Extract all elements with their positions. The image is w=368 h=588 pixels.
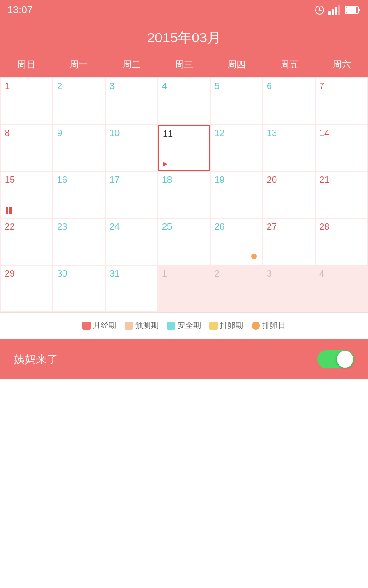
day-cell-30[interactable]: 31: [106, 266, 157, 311]
legend-color-blue: [167, 322, 175, 330]
day-number-9: 10: [109, 128, 120, 138]
weekday-sat: 周六: [316, 58, 368, 71]
day-number-10: 11: [163, 129, 173, 139]
day-cell-21[interactable]: 22: [1, 219, 52, 265]
day-number-25: 26: [214, 221, 224, 232]
day-cell-2[interactable]: 3: [106, 78, 157, 124]
day-cell-8[interactable]: 9: [53, 125, 105, 171]
day-cell-5[interactable]: 6: [263, 78, 315, 124]
signal-icon: [328, 5, 341, 15]
day-cell-6[interactable]: 7: [316, 78, 367, 124]
status-time: 13:07: [7, 4, 33, 16]
day-cell-11[interactable]: 12: [211, 125, 262, 171]
weekday-thu: 周四: [210, 58, 263, 71]
day-number-14: 15: [5, 175, 15, 185]
period-toggle[interactable]: [317, 350, 354, 368]
calendar-title: 2015年03月: [147, 30, 221, 45]
day-number-24: 25: [162, 221, 172, 232]
day-cell-22[interactable]: 23: [53, 219, 105, 265]
legend: 月经期 预测期 安全期 排卵期 排卵日: [0, 312, 368, 338]
play-icon: ▶: [163, 160, 168, 167]
legend-color-peach: [125, 322, 133, 330]
legend-label-predicted: 预测期: [135, 320, 159, 331]
day-number-30: 31: [109, 268, 120, 278]
day-cell-17[interactable]: 18: [158, 172, 210, 218]
day-cell-25[interactable]: 26: [211, 219, 262, 265]
pause-icon: [6, 207, 12, 214]
day-cell-32[interactable]: 2: [211, 266, 262, 311]
legend-safe: 安全期: [167, 320, 201, 331]
day-cell-9[interactable]: 10: [106, 125, 157, 171]
svg-rect-4: [332, 9, 334, 15]
weekday-tue: 周二: [105, 58, 158, 71]
bottom-section: 姨妈来了: [0, 339, 368, 379]
weekday-sun: 周日: [0, 58, 52, 71]
day-number-6: 7: [319, 81, 324, 91]
svg-line-2: [320, 10, 322, 11]
svg-rect-6: [338, 5, 340, 15]
day-cell-19[interactable]: 20: [263, 172, 315, 218]
day-cell-4[interactable]: 5: [211, 78, 262, 124]
day-cell-13[interactable]: 14: [316, 125, 367, 171]
legend-label-ovulation-period: 排卵期: [220, 320, 243, 331]
day-number-31: 1: [162, 268, 167, 278]
svg-rect-9: [358, 9, 360, 11]
day-number-7: 8: [5, 128, 10, 138]
day-cell-1[interactable]: 2: [53, 78, 105, 124]
day-number-27: 28: [319, 221, 329, 232]
day-cell-28[interactable]: 29: [1, 266, 52, 311]
day-cell-29[interactable]: 30: [53, 266, 105, 311]
day-cell-0[interactable]: 1: [1, 78, 52, 124]
day-number-2: 3: [109, 81, 115, 91]
calendar-grid: 1234567891011▶12131415161718192021222324…: [0, 77, 368, 312]
weekday-fri: 周五: [263, 58, 315, 71]
day-number-18: 19: [214, 175, 224, 185]
legend-period: 月经期: [82, 320, 116, 331]
period-toggle-label: 姨妈来了: [14, 352, 58, 367]
legend-label-ovulation-day: 排卵日: [262, 320, 286, 331]
day-cell-7[interactable]: 8: [1, 125, 52, 171]
day-number-5: 6: [267, 81, 272, 91]
day-cell-26[interactable]: 27: [263, 219, 315, 265]
day-number-15: 16: [57, 175, 67, 185]
day-cell-31[interactable]: 1: [158, 266, 210, 311]
day-cell-24[interactable]: 25: [158, 219, 210, 265]
calendar-header: 2015年03月: [0, 20, 368, 54]
day-number-21: 22: [5, 221, 15, 232]
day-number-32: 2: [214, 268, 219, 278]
status-bar: 13:07: [0, 0, 368, 20]
day-cell-18[interactable]: 19: [211, 172, 262, 218]
day-cell-16[interactable]: 17: [106, 172, 157, 218]
day-cell-27[interactable]: 28: [316, 219, 367, 265]
day-number-26: 27: [267, 221, 277, 232]
day-number-11: 12: [214, 128, 224, 138]
day-number-33: 3: [267, 268, 272, 278]
day-number-20: 21: [319, 175, 329, 185]
day-cell-14[interactable]: 15: [1, 172, 52, 218]
svg-rect-3: [328, 11, 331, 15]
day-cell-20[interactable]: 21: [316, 172, 367, 218]
day-number-3: 4: [162, 81, 167, 91]
legend-color-yellow: [209, 322, 218, 330]
day-number-0: 1: [5, 81, 10, 91]
day-cell-3[interactable]: 4: [158, 78, 210, 124]
day-number-4: 5: [214, 81, 219, 91]
day-cell-34[interactable]: 4: [316, 266, 367, 311]
day-number-16: 17: [109, 175, 120, 185]
ovulation-dot: [251, 254, 257, 259]
day-number-22: 23: [57, 221, 67, 232]
legend-color-red: [82, 322, 91, 330]
day-cell-23[interactable]: 24: [106, 219, 157, 265]
day-cell-12[interactable]: 13: [263, 125, 315, 171]
svg-rect-5: [335, 7, 337, 15]
day-cell-10[interactable]: 11▶: [158, 125, 210, 171]
legend-ovulation-day: 排卵日: [252, 320, 286, 331]
legend-color-orange: [252, 322, 260, 330]
day-cell-15[interactable]: 16: [53, 172, 105, 218]
svg-rect-8: [346, 7, 356, 13]
weekday-mon: 周一: [52, 58, 105, 71]
day-cell-33[interactable]: 3: [263, 266, 315, 311]
legend-label-safe: 安全期: [178, 320, 201, 331]
day-number-28: 29: [5, 268, 15, 278]
day-number-12: 13: [267, 128, 277, 138]
